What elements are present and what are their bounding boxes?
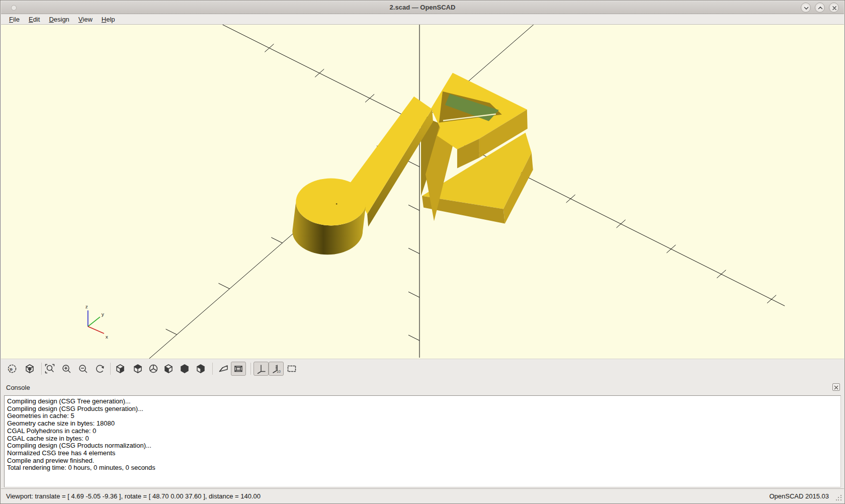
perspective-icon bbox=[218, 363, 229, 374]
perspective-button[interactable] bbox=[216, 362, 231, 376]
openscad-window: 2.scad — OpenSCAD FileEditDesignViewHelp bbox=[0, 0, 845, 504]
toolbar-separator bbox=[250, 363, 251, 375]
zoom-in-button[interactable] bbox=[59, 362, 74, 376]
zoom-out-button[interactable] bbox=[75, 362, 91, 376]
maximize-button[interactable] bbox=[815, 3, 825, 13]
axis-indicator: z y x bbox=[86, 304, 108, 340]
view-toolbar: »10 bbox=[1, 359, 844, 378]
close-button[interactable] bbox=[829, 3, 839, 13]
close-icon bbox=[833, 384, 839, 391]
toolbar-separator bbox=[41, 363, 42, 375]
axis-z-label: z bbox=[86, 304, 88, 309]
show-axes-button[interactable] bbox=[254, 362, 269, 376]
view-all-icon bbox=[286, 363, 297, 374]
menu-file[interactable]: File bbox=[5, 15, 24, 24]
menu-bar: FileEditDesignViewHelp bbox=[1, 14, 844, 25]
console-line: Compiling design (CSG Tree generation)..… bbox=[7, 398, 840, 405]
status-bar: Viewport: translate = [ 4.69 -5.05 -9.36… bbox=[1, 488, 844, 503]
svg-text:10: 10 bbox=[277, 370, 281, 373]
minimize-button[interactable] bbox=[801, 3, 811, 13]
console-line: Compiling design (CSG Products generatio… bbox=[7, 405, 840, 413]
view-right-icon bbox=[115, 363, 126, 374]
view-front-button[interactable] bbox=[177, 362, 192, 376]
menu-design[interactable]: Design bbox=[44, 15, 73, 24]
console-line: CGAL Polyhedrons in cache: 0 bbox=[7, 428, 840, 435]
preview-button[interactable]: » bbox=[5, 362, 20, 376]
console-line: Compiling design (CSG Products normaliza… bbox=[7, 442, 840, 450]
note-head-top bbox=[296, 179, 366, 226]
svg-text:»: » bbox=[10, 366, 13, 373]
console-title: Console bbox=[6, 384, 30, 391]
scene-canvas: z y x bbox=[1, 25, 844, 359]
resize-grip[interactable] bbox=[836, 495, 842, 501]
console-line: Compile and preview finished. bbox=[7, 457, 840, 465]
axis-x-label: x bbox=[106, 334, 108, 340]
view-front-icon bbox=[179, 363, 190, 374]
orthogonal-button[interactable] bbox=[231, 362, 246, 376]
toolbar-separator bbox=[212, 363, 213, 375]
preview-icon: » bbox=[7, 363, 18, 374]
menu-view[interactable]: View bbox=[74, 15, 97, 24]
console-line: Geometries in cache: 5 bbox=[7, 412, 840, 420]
zoom-in-icon bbox=[61, 363, 72, 374]
view-top-icon bbox=[132, 363, 143, 374]
zoom-all-button[interactable] bbox=[42, 362, 57, 376]
version-text: OpenSCAD 2015.03 bbox=[769, 492, 829, 500]
view-all-button[interactable] bbox=[284, 362, 299, 376]
close-icon bbox=[831, 5, 838, 12]
view-diagonal-button[interactable] bbox=[146, 362, 161, 376]
reset-view-icon bbox=[95, 363, 106, 374]
render-button[interactable] bbox=[22, 362, 37, 376]
chevron-down-icon bbox=[803, 5, 810, 12]
menu-edit[interactable]: Edit bbox=[24, 15, 44, 24]
model-eighth-note bbox=[292, 73, 533, 255]
show-scale-markers-icon: 10 bbox=[271, 363, 282, 374]
view-top-button[interactable] bbox=[130, 362, 145, 376]
view-right-button[interactable] bbox=[113, 362, 128, 376]
menu-help[interactable]: Help bbox=[97, 15, 120, 24]
show-axes-icon bbox=[256, 363, 267, 374]
axis-y-label: y bbox=[102, 311, 104, 317]
viewport-status-text: Viewport: translate = [ 4.69 -5.05 -9.36… bbox=[6, 492, 261, 500]
console-line: Normalized CSG tree has 4 elements bbox=[7, 450, 840, 457]
view-diagonal-icon bbox=[148, 363, 159, 374]
render-icon bbox=[24, 363, 35, 374]
view-back-icon bbox=[195, 363, 206, 374]
note-head-vertex-dot bbox=[336, 203, 337, 205]
title-bar[interactable]: 2.scad — OpenSCAD bbox=[1, 1, 844, 14]
window-title: 2.scad — OpenSCAD bbox=[1, 1, 844, 14]
view-left-icon bbox=[163, 363, 174, 374]
view-left-button[interactable] bbox=[161, 362, 176, 376]
toolbar-separator bbox=[110, 363, 111, 375]
reset-view-button[interactable] bbox=[93, 362, 108, 376]
console-line: Geometry cache size in bytes: 18080 bbox=[7, 420, 840, 428]
console-line: CGAL cache size in bytes: 0 bbox=[7, 435, 840, 443]
view-back-button[interactable] bbox=[193, 362, 208, 376]
console-close-button[interactable] bbox=[832, 383, 840, 391]
zoom-out-icon bbox=[77, 363, 89, 374]
viewport-3d[interactable]: z y x bbox=[1, 25, 844, 359]
zoom-all-icon bbox=[44, 363, 55, 374]
chevron-up-icon bbox=[817, 5, 824, 12]
console-line: Total rendering time: 0 hours, 0 minutes… bbox=[7, 464, 840, 472]
orthogonal-icon bbox=[233, 363, 244, 374]
console-output[interactable]: Compiling design (CSG Tree generation)..… bbox=[4, 395, 841, 487]
console-dock-header[interactable]: Console bbox=[1, 378, 844, 395]
show-scale-markers-button[interactable]: 10 bbox=[269, 362, 284, 376]
